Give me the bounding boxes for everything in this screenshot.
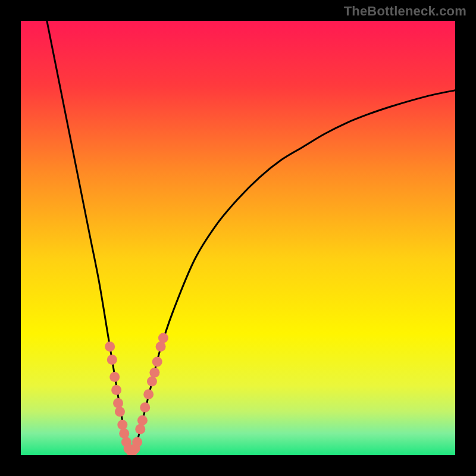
curve-marker (152, 357, 162, 367)
curve-marker (111, 385, 121, 395)
curve-marker (140, 402, 150, 412)
curve-marker (109, 372, 120, 382)
plot-area (21, 21, 455, 455)
chart-svg (21, 21, 455, 455)
watermark-text: TheBottleneck.com (344, 4, 466, 19)
curve-marker (158, 333, 168, 343)
chart-frame: TheBottleneck.com (0, 0, 476, 476)
curve-marker (137, 415, 148, 425)
gradient-background (21, 21, 455, 455)
curve-marker (135, 424, 145, 434)
curve-marker (132, 437, 142, 447)
curve-marker (113, 398, 123, 408)
curve-marker (105, 342, 115, 352)
curve-marker (156, 342, 166, 352)
curve-marker (149, 368, 159, 378)
curve-marker (143, 389, 154, 399)
curve-marker (119, 428, 129, 439)
curve-marker (147, 376, 157, 386)
curve-marker (107, 355, 117, 365)
curve-marker (117, 419, 127, 430)
curve-marker (115, 407, 125, 417)
